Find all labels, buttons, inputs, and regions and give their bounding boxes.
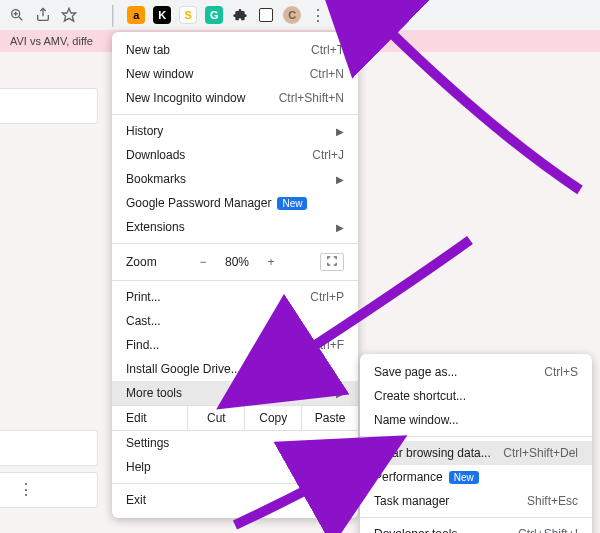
zoom-out-button[interactable]: −: [192, 255, 214, 269]
new-badge: New: [449, 471, 479, 484]
menu-separator: [112, 483, 358, 484]
menu-edit-row: Edit Cut Copy Paste: [112, 405, 358, 431]
menu-history[interactable]: History ▶: [112, 119, 358, 143]
chevron-right-icon: ▶: [336, 388, 344, 399]
page-content-block: [0, 430, 98, 466]
extension-s-icon[interactable]: S: [179, 6, 197, 24]
zoom-label: Zoom: [126, 255, 186, 269]
chevron-right-icon: ▶: [336, 126, 344, 137]
chevron-right-icon: ▶: [336, 174, 344, 185]
share-icon[interactable]: [34, 6, 52, 24]
menu-exit[interactable]: Exit: [112, 488, 358, 512]
menu-separator: [112, 243, 358, 244]
tab-title: AVI vs AMV, diffe: [10, 35, 93, 47]
side-panel-icon[interactable]: [257, 6, 275, 24]
edit-cut[interactable]: Cut: [188, 406, 245, 430]
menu-separator: [360, 517, 592, 518]
menu-install-drive[interactable]: Install Google Drive...: [112, 357, 358, 381]
extension-k-icon[interactable]: K: [153, 6, 171, 24]
submenu-performance[interactable]: Performance New: [360, 465, 592, 489]
menu-bookmarks[interactable]: Bookmarks ▶: [112, 167, 358, 191]
menu-new-tab[interactable]: New tab Ctrl+T: [112, 38, 358, 62]
overflow-icon[interactable]: ⋮: [18, 480, 34, 499]
menu-downloads[interactable]: Downloads Ctrl+J: [112, 143, 358, 167]
zoom-lens-icon[interactable]: [8, 6, 26, 24]
menu-separator: [112, 280, 358, 281]
new-badge: New: [277, 197, 307, 210]
edit-label: Edit: [112, 406, 188, 430]
menu-password-manager[interactable]: Google Password Manager New: [112, 191, 358, 215]
edit-paste[interactable]: Paste: [302, 406, 358, 430]
menu-print[interactable]: Print... Ctrl+P: [112, 285, 358, 309]
svg-marker-5: [62, 8, 75, 21]
menu-zoom-row: Zoom − 80% +: [112, 248, 358, 276]
extensions-puzzle-icon[interactable]: [231, 6, 249, 24]
chrome-main-menu: New tab Ctrl+T New window Ctrl+N New Inc…: [112, 32, 358, 518]
menu-new-window[interactable]: New window Ctrl+N: [112, 62, 358, 86]
kebab-menu-icon[interactable]: ⋮: [309, 6, 327, 24]
submenu-developer-tools[interactable]: Developer tools Ctrl+Shift+I: [360, 522, 592, 533]
submenu-create-shortcut[interactable]: Create shortcut...: [360, 384, 592, 408]
submenu-save-page[interactable]: Save page as... Ctrl+S: [360, 360, 592, 384]
toolbar-divider: │: [108, 6, 119, 24]
chevron-right-icon: ▶: [336, 462, 344, 473]
menu-new-incognito[interactable]: New Incognito window Ctrl+Shift+N: [112, 86, 358, 110]
menu-find[interactable]: Find... Ctrl+F: [112, 333, 358, 357]
submenu-clear-browsing-data[interactable]: Clear browsing data... Ctrl+Shift+Del: [360, 441, 592, 465]
menu-separator: [360, 436, 592, 437]
extension-amazon-icon[interactable]: a: [127, 6, 145, 24]
zoom-in-button[interactable]: +: [260, 255, 282, 269]
menu-more-tools[interactable]: More tools ▶: [112, 381, 358, 405]
page-content-block: [0, 88, 98, 124]
menu-extensions[interactable]: Extensions ▶: [112, 215, 358, 239]
fullscreen-button[interactable]: [320, 253, 344, 271]
more-tools-submenu: Save page as... Ctrl+S Create shortcut..…: [360, 354, 592, 533]
zoom-value: 80%: [220, 255, 254, 269]
chevron-right-icon: ▶: [336, 222, 344, 233]
menu-separator: [112, 114, 358, 115]
submenu-task-manager[interactable]: Task manager Shift+Esc: [360, 489, 592, 513]
svg-line-1: [19, 17, 22, 20]
browser-toolbar: │ a K S G C ⋮: [0, 0, 600, 30]
menu-cast[interactable]: Cast...: [112, 309, 358, 333]
menu-settings[interactable]: Settings: [112, 431, 358, 455]
page-content-block: [0, 472, 98, 508]
extension-grammarly-icon[interactable]: G: [205, 6, 223, 24]
edit-copy[interactable]: Copy: [245, 406, 302, 430]
profile-avatar[interactable]: C: [283, 6, 301, 24]
submenu-name-window[interactable]: Name window...: [360, 408, 592, 432]
menu-help[interactable]: Help ▶: [112, 455, 358, 479]
bookmark-star-icon[interactable]: [60, 6, 78, 24]
